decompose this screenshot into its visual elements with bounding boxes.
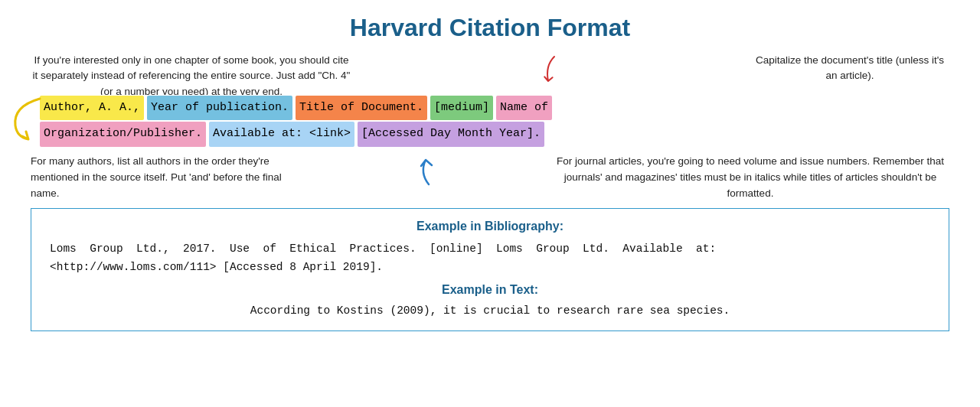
chunk-author: Author, A. A., (40, 96, 144, 121)
note-top-right: Capitalize the document's title (unless … (750, 53, 949, 84)
example-text-content: According to Kostins (2009), it is cruci… (50, 301, 930, 321)
chunk-title: Title of Document. (296, 96, 427, 121)
note-bottom-left: For many authors, list all authors in th… (31, 154, 306, 202)
chunk-accessed: [Accessed Day Month Year]. (358, 122, 544, 147)
citation-line: Author, A. A., Year of publication. Titl… (38, 95, 942, 122)
example-text-title: Example in Text: (50, 283, 930, 297)
chunk-available: Available at: <link> (209, 122, 354, 147)
example-bib-title: Example in Bibliography: (50, 220, 930, 233)
chunk-org: Organization/Publisher. (40, 122, 206, 147)
example-box: Example in Bibliography: Loms Group Ltd.… (31, 208, 949, 332)
annotation-area: If you're interested only in one chapter… (31, 53, 949, 148)
note-top-left: If you're interested only in one chapter… (31, 53, 352, 99)
chunk-name-of: Name of (496, 96, 552, 121)
blue-arrow-up-icon (412, 154, 446, 188)
citation-block: Author, A. A., Year of publication. Titl… (31, 95, 949, 148)
page-title: Harvard Citation Format (31, 14, 949, 42)
citation-line-2: Organization/Publisher. Available at: <l… (38, 121, 942, 148)
chunk-year: Year of publication. (147, 96, 292, 121)
page-wrapper: Harvard Citation Format If you're intere… (0, 0, 980, 407)
red-arrow-icon (536, 53, 567, 91)
example-bib-text: Loms Group Ltd., 2017. Use of Ethical Pr… (50, 239, 930, 277)
note-bottom-right: For journal articles, you're going to ne… (551, 154, 949, 202)
chunk-medium: [medium] (430, 96, 493, 121)
bottom-area: For many authors, list all authors in th… (31, 154, 949, 202)
yellow-arrow-icon (9, 95, 51, 148)
top-notes: If you're interested only in one chapter… (31, 53, 949, 99)
